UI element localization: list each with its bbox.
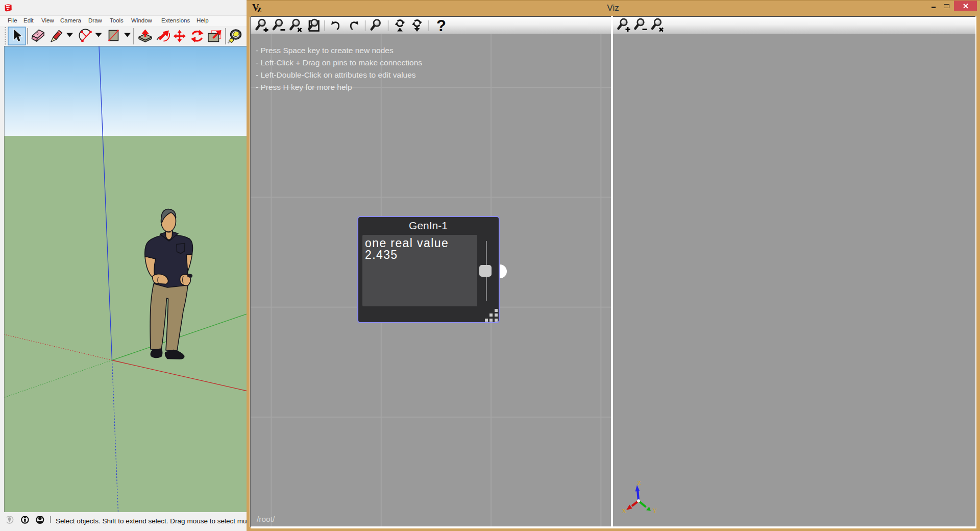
svg-text:Z: Z (637, 479, 641, 487)
svg-text:?: ? (436, 17, 446, 34)
svg-text:Y: Y (652, 506, 657, 514)
svg-text:X: X (622, 507, 627, 515)
